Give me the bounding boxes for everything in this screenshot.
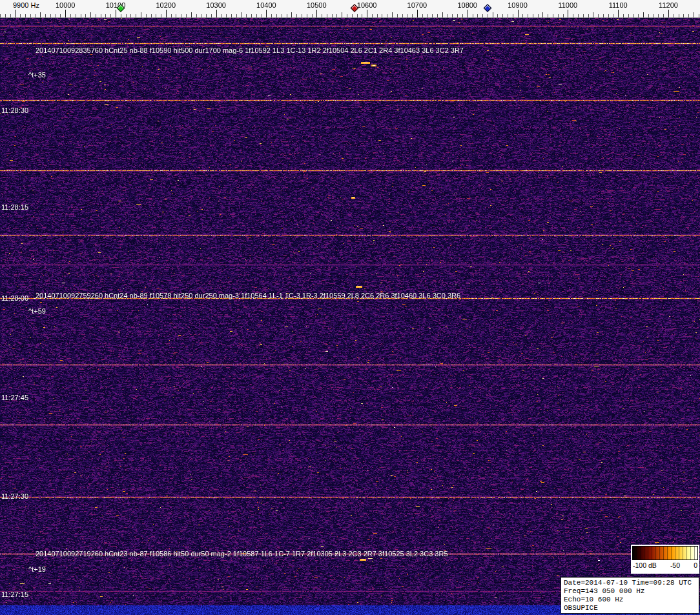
ruler-tick	[236, 14, 237, 17]
ruler-tick	[528, 14, 528, 17]
ruler-tick	[226, 14, 227, 17]
ruler-tick	[266, 10, 267, 17]
colorbar-mid-label: -50	[670, 561, 680, 569]
ruler-tick	[196, 14, 197, 17]
ruler-tick	[231, 14, 232, 17]
ruler-tick	[522, 14, 523, 17]
ruler-tick	[402, 14, 403, 17]
ruler-tick	[96, 14, 96, 17]
ruler-tick	[583, 14, 584, 17]
ruler-tick	[598, 14, 599, 17]
ruler-tick	[262, 14, 262, 17]
ruler-tick	[422, 14, 423, 17]
ruler-tick	[20, 14, 21, 17]
frequency-ruler: 9900 Hz100001010010200103001040010500106…	[0, 0, 700, 18]
ruler-tick	[412, 14, 413, 17]
ruler-tick	[221, 14, 221, 17]
ruler-label: 10000	[56, 1, 76, 9]
ruler-tick	[291, 12, 292, 17]
ruler-tick	[50, 14, 51, 17]
detection-annotation-3: 20140710092719260 hCnt23 nb-87 f10586 hi…	[36, 550, 448, 558]
ruler-tick	[81, 14, 81, 17]
ruler-tick	[166, 10, 167, 17]
detection-offset-3: ^t+19	[28, 565, 46, 573]
ruler-tick	[452, 14, 453, 17]
ruler-tick	[372, 14, 373, 17]
ruler-tick	[648, 14, 649, 17]
ruler-tick	[538, 14, 539, 17]
ruler-tick	[282, 14, 282, 17]
ruler-label: 10300	[206, 1, 226, 9]
ruler-tick	[633, 14, 634, 17]
blue-diamond-marker-icon[interactable]	[483, 4, 491, 12]
ruler-tick	[327, 14, 327, 17]
ruler-tick	[573, 14, 573, 17]
ruler-tick	[658, 14, 659, 17]
ruler-tick	[533, 14, 533, 17]
ruler-tick	[70, 14, 71, 17]
ruler-tick	[563, 14, 564, 17]
colorbar-legend: -100 dB -50 0	[631, 545, 699, 574]
ruler-tick	[493, 12, 493, 17]
ruler-tick	[593, 12, 593, 17]
ruler-tick	[271, 14, 272, 17]
ruler-tick	[613, 14, 613, 17]
ruler-tick	[618, 10, 619, 17]
ruler-tick	[588, 14, 589, 17]
ruler-tick	[347, 14, 347, 17]
ruler-tick	[30, 14, 31, 17]
ruler-tick	[126, 14, 127, 17]
ruler-tick	[542, 12, 543, 17]
ruler-tick	[362, 14, 362, 17]
ruler-tick	[679, 14, 679, 17]
ruler-tick	[307, 14, 307, 17]
time-label-112715: 11:27:15	[1, 590, 28, 598]
ruler-tick	[407, 14, 407, 17]
ruler-tick	[558, 14, 559, 17]
spectrogram-canvas	[0, 18, 700, 615]
time-label-112830: 11:28:30	[1, 106, 28, 114]
info-box: Date=2014-07-10 Time=09:28 UTC Freq=143 …	[561, 577, 699, 614]
ruler-label: 11200	[659, 1, 678, 9]
ruler-tick	[432, 14, 433, 17]
ruler-tick	[578, 14, 579, 17]
ruler-tick	[473, 14, 473, 17]
ruler-tick	[468, 10, 468, 17]
ruler-tick	[302, 14, 302, 17]
ruler-tick	[186, 14, 187, 17]
ruler-label: 10600	[357, 1, 377, 9]
ruler-tick	[603, 14, 604, 17]
ruler-tick	[316, 10, 317, 17]
ruler-tick	[121, 14, 121, 17]
ruler-tick	[312, 14, 313, 17]
ruler-tick	[352, 14, 353, 17]
ruler-tick	[488, 14, 488, 17]
ruler-tick	[151, 14, 152, 17]
ruler-tick	[5, 14, 6, 17]
ruler-tick	[568, 10, 568, 17]
ruler-tick	[251, 14, 252, 17]
ruler-tick	[367, 10, 367, 17]
ruler-tick	[322, 14, 322, 17]
ruler-tick	[287, 14, 287, 17]
ruler-tick	[448, 14, 448, 17]
ruler-tick	[211, 14, 212, 17]
ruler-label: 10700	[407, 1, 427, 9]
ruler-tick	[513, 14, 513, 17]
time-label-112745: 11:27:45	[1, 394, 28, 401]
ruler-tick	[256, 14, 257, 17]
ruler-tick	[342, 12, 342, 17]
ruler-tick	[336, 14, 337, 17]
time-label-112730: 11:27:30	[1, 492, 28, 500]
ruler-label: 11100	[609, 1, 628, 9]
ruler-tick	[623, 14, 624, 17]
time-label-112800: 11:28:00	[1, 294, 28, 302]
ruler-tick	[36, 14, 36, 17]
ruler-tick	[417, 10, 418, 17]
ruler-label: 10800	[457, 1, 477, 9]
ruler-tick	[477, 14, 478, 17]
ruler-tick	[482, 14, 483, 17]
ruler-tick	[40, 12, 41, 17]
ruler-tick	[25, 14, 26, 17]
colorbar-labels: -100 dB -50 0	[632, 560, 698, 569]
